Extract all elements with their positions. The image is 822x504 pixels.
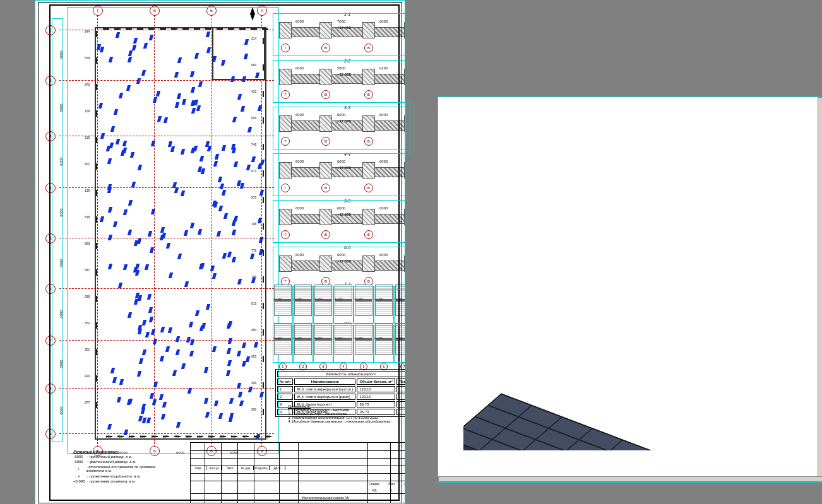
dim-text: 6000 xyxy=(295,66,304,70)
gridline-h xyxy=(59,388,274,389)
elevation-text: +12.000 xyxy=(333,336,343,339)
elevation-text: +12.000 xyxy=(293,297,302,300)
tick-mark xyxy=(263,64,264,71)
tick-mark xyxy=(96,269,97,276)
tick-mark xyxy=(263,382,264,389)
tick-mark xyxy=(96,57,97,64)
tick-label: 301 xyxy=(85,348,90,351)
tick-label: 139 xyxy=(85,189,90,192)
tick-mark xyxy=(263,91,264,97)
iso-3d-model[interactable] xyxy=(463,185,798,450)
dim-text: 6000 xyxy=(59,50,63,59)
tick-mark xyxy=(96,296,97,302)
cross-section-row: 7-71+12.0002+12.0003+12.0004+12.0005+12.… xyxy=(274,284,405,322)
tick-label: 587 xyxy=(85,268,90,272)
elevation-text: +12.000 xyxy=(273,336,282,339)
tick-label: 158 xyxy=(85,109,90,113)
tick-label: 815 xyxy=(251,302,256,305)
legend-item: +0.000- проектная отметка, в м. xyxy=(73,479,174,483)
column-cap-icon xyxy=(279,22,292,38)
tick-mark xyxy=(96,243,97,249)
scrollbar-vertical[interactable] xyxy=(818,97,822,483)
section-view: 5-5 ГВ6000Б6000А6000+12.000 xyxy=(274,199,405,239)
scrollbar-horizontal[interactable] xyxy=(438,476,822,482)
tick-label: 961 xyxy=(231,435,236,438)
right-viewport[interactable] xyxy=(438,97,822,483)
tick-label: 392 xyxy=(137,27,142,31)
column-cap-icon xyxy=(404,209,405,225)
dim-text: 6000 xyxy=(59,310,63,318)
grid-bubble: В xyxy=(321,137,330,146)
slab-outline xyxy=(95,27,266,440)
tick-label: 479 xyxy=(174,435,179,438)
grid-bubble: В xyxy=(321,184,330,192)
grid-bubble: 4 xyxy=(45,183,56,193)
section-view: 1-1 ГВ6000Б7000А6000+12.000 xyxy=(274,12,405,52)
dim-text: 6000 xyxy=(337,113,345,117)
tick-mark xyxy=(263,170,264,177)
elevation-text: +12.000 xyxy=(337,119,351,123)
tick-mark xyxy=(263,197,264,203)
section-view: 3-3 ГВ6000Б6000А6000+12.000 xyxy=(274,105,405,146)
column-cap-icon xyxy=(362,69,375,85)
tick-label: 661 xyxy=(197,435,202,438)
tick-label: 301 xyxy=(106,435,111,438)
dim-text: 6000 xyxy=(59,157,63,165)
grid-bubble: Б xyxy=(364,90,373,99)
tick-label: 476 xyxy=(205,27,210,31)
tick-label: 968 xyxy=(208,435,213,438)
elevation-text: +12.000 xyxy=(337,259,351,263)
column-cap-icon xyxy=(362,115,375,132)
tick-mark xyxy=(96,349,97,355)
tick-label: 601 xyxy=(171,27,176,31)
elevation-text: +12.000 xyxy=(394,297,403,300)
elevation-text: +12.000 xyxy=(313,297,323,300)
tick-mark xyxy=(96,84,97,90)
tick-label: 801 xyxy=(85,162,90,166)
tick-mark xyxy=(263,38,264,44)
grid-bubble: Б xyxy=(364,230,373,239)
column-cap-icon xyxy=(404,69,405,85)
dim-text: 6000 xyxy=(176,451,184,455)
grid-bubble: Г xyxy=(281,90,290,99)
grid-bubble: 3 xyxy=(45,131,56,141)
dim-text: 6000 xyxy=(59,360,63,368)
grid-bubble: В xyxy=(321,44,330,52)
elevation-text: +12.000 xyxy=(333,297,343,300)
elevation-text: +12.000 xyxy=(273,297,282,300)
section-title: 2-2 xyxy=(344,59,350,63)
column-cap-icon xyxy=(279,162,292,179)
dim-text: 6000 xyxy=(379,206,388,210)
selection-handle xyxy=(405,100,410,155)
dim-text: 6000 xyxy=(295,206,304,210)
elevation-text: +12.000 xyxy=(354,297,363,300)
column-cap-icon xyxy=(404,22,405,38)
tick-label: 433 xyxy=(251,90,256,93)
section-view: 6-6 ГВ6000Б6000А6000+12.000 xyxy=(274,245,405,286)
grid-bubble: 7 xyxy=(45,336,56,346)
dim-text: 6000 xyxy=(337,253,345,257)
grid-bubble: Г xyxy=(281,44,290,52)
tick-label: 498 xyxy=(217,27,222,31)
tick-mark xyxy=(263,144,264,150)
column-cap-icon xyxy=(279,69,292,85)
column-cap-icon xyxy=(404,162,405,179)
tick-label: 928 xyxy=(254,435,259,438)
left-viewport[interactable]: 1260003600046000560006600076000860009600… xyxy=(35,0,405,504)
tick-label: 618 xyxy=(239,27,244,31)
legend-item: 6000- фактический размер, в м. xyxy=(73,460,174,464)
gridline-h xyxy=(59,288,274,289)
tick-label: 977 xyxy=(85,401,90,404)
grid-bubble: Б xyxy=(206,6,217,16)
tick-mark xyxy=(263,303,264,309)
column-section-icon xyxy=(395,284,405,316)
tick-label: 628 xyxy=(265,435,270,438)
column-section-icon xyxy=(395,324,405,355)
gridline-h xyxy=(59,433,274,434)
elevation-text: +12.000 xyxy=(313,336,323,339)
tick-mark xyxy=(96,110,97,117)
section-title: 5-5 xyxy=(344,199,350,203)
section-title: 6-6 xyxy=(344,245,350,250)
tick-label: 609 xyxy=(251,116,256,120)
column-cap-icon xyxy=(319,69,332,85)
